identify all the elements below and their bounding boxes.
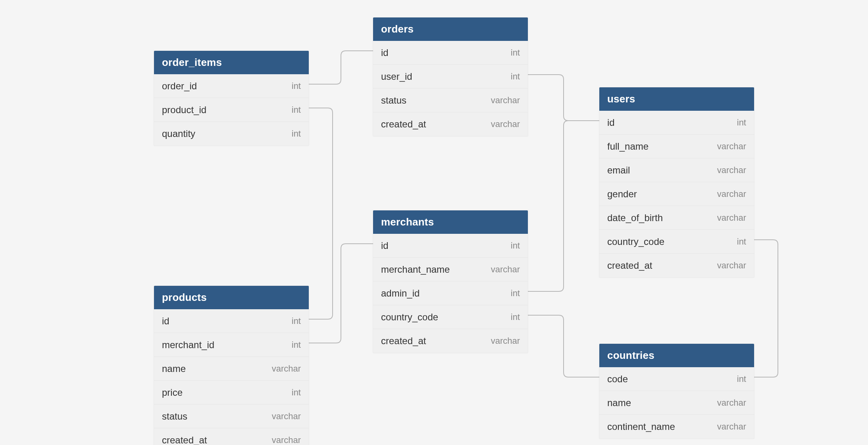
table-order_items[interactable]: order_itemsorder_idintproduct_idintquant… [154,51,309,146]
table-countries[interactable]: countriescodeintnamevarcharcontinent_nam… [599,344,754,439]
column-name: country_code [607,236,664,247]
table-header[interactable]: orders [373,17,528,41]
column-row[interactable]: namevarchar [154,357,309,381]
column-type: int [292,129,301,139]
column-type: int [737,118,746,128]
column-row[interactable]: statusvarchar [373,89,528,112]
column-row[interactable]: order_idint [154,74,309,98]
column-type: varchar [491,95,520,106]
column-name: continent_name [607,421,675,432]
column-row[interactable]: idint [599,111,754,135]
column-row[interactable]: created_atvarchar [154,428,309,445]
column-type: int [511,48,520,58]
column-name: country_code [381,312,438,323]
column-type: int [292,81,301,91]
column-name: merchant_name [381,264,450,275]
column-type: varchar [272,435,301,445]
er-diagram-canvas[interactable]: order_itemsorder_idintproduct_idintquant… [0,0,868,445]
relation-line [309,108,333,319]
column-name: code [607,374,628,385]
column-type: varchar [717,398,746,408]
column-row[interactable]: full_namevarchar [599,135,754,158]
relation-line [309,51,373,84]
column-type: varchar [491,119,520,129]
column-row[interactable]: gendervarchar [599,182,754,206]
column-row[interactable]: created_atvarchar [373,112,528,136]
column-name: id [381,47,389,58]
column-row[interactable]: continent_namevarchar [599,415,754,439]
relation-line [754,240,778,377]
column-name: id [381,240,389,251]
column-name: created_at [162,435,207,445]
column-type: varchar [717,189,746,199]
column-name: quantity [162,128,195,139]
column-type: varchar [717,213,746,223]
column-row[interactable]: priceint [154,381,309,405]
table-products[interactable]: productsidintmerchant_idintnamevarcharpr… [154,286,309,445]
column-row[interactable]: admin_idint [373,281,528,305]
column-type: varchar [491,264,520,275]
column-name: name [607,397,631,408]
column-row[interactable]: date_of_birthvarchar [599,206,754,230]
column-type: int [292,340,301,350]
column-name: created_at [381,335,426,347]
column-type: int [737,237,746,247]
column-row[interactable]: idint [373,234,528,258]
table-header[interactable]: order_items [154,51,309,74]
column-type: int [511,241,520,251]
column-type: int [737,374,746,384]
column-row[interactable]: idint [373,41,528,65]
column-type: varchar [717,422,746,432]
column-name: email [607,165,630,176]
column-row[interactable]: user_idint [373,65,528,89]
column-row[interactable]: country_codeint [599,230,754,254]
column-type: varchar [272,364,301,374]
column-name: id [607,117,615,128]
column-type: int [292,387,301,398]
table-header[interactable]: products [154,286,309,309]
table-merchants[interactable]: merchantsidintmerchant_namevarcharadmin_… [373,210,528,353]
column-row[interactable]: idint [154,309,309,333]
table-header[interactable]: countries [599,344,754,367]
column-name: date_of_birth [607,212,663,223]
column-name: created_at [381,119,426,130]
column-name: status [162,411,187,422]
column-name: admin_id [381,288,420,299]
column-row[interactable]: merchant_idint [154,333,309,357]
column-type: int [511,71,520,82]
column-name: name [162,363,186,374]
column-type: int [292,316,301,326]
column-name: id [162,316,169,327]
column-row[interactable]: emailvarchar [599,158,754,182]
column-type: varchar [272,411,301,422]
column-row[interactable]: namevarchar [599,391,754,415]
column-name: merchant_id [162,339,214,351]
column-row[interactable]: created_atvarchar [599,254,754,277]
column-name: created_at [607,260,652,271]
column-name: gender [607,189,637,200]
column-row[interactable]: created_atvarchar [373,329,528,353]
column-row[interactable]: quantityint [154,122,309,146]
table-orders[interactable]: ordersidintuser_idintstatusvarcharcreate… [373,17,528,136]
column-row[interactable]: merchant_namevarchar [373,258,528,281]
table-users[interactable]: usersidintfull_namevarcharemailvarcharge… [599,87,754,277]
column-name: order_id [162,81,197,92]
column-row[interactable]: statusvarchar [154,405,309,428]
table-header[interactable]: merchants [373,210,528,234]
relation-line [528,121,599,291]
column-name: product_id [162,104,206,116]
column-row[interactable]: codeint [599,367,754,391]
column-type: int [292,105,301,115]
column-type: int [511,288,520,299]
column-type: varchar [717,260,746,271]
column-type: varchar [717,141,746,152]
column-name: full_name [607,141,649,152]
column-row[interactable]: country_codeint [373,305,528,329]
column-type: varchar [717,165,746,175]
relation-line [309,244,373,343]
column-row[interactable]: product_idint [154,98,309,122]
column-name: price [162,387,183,398]
table-header[interactable]: users [599,87,754,111]
column-name: status [381,95,406,106]
column-type: varchar [491,336,520,346]
